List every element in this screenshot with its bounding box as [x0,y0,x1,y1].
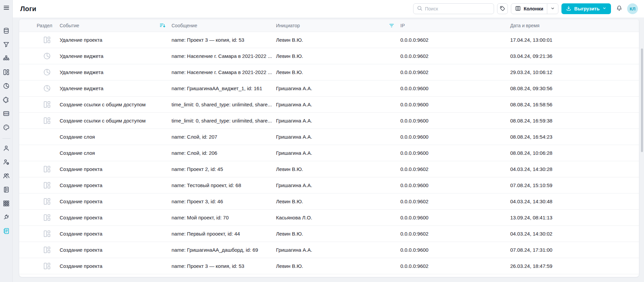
initiator-cell: Гришагина А.А. [276,118,400,124]
sidebar-item-hierarchy[interactable] [0,52,13,66]
datetime-cell: 26.03.24, 18:47:59 [510,263,639,269]
section-cell [37,68,60,76]
event-cell: Создание слоя [60,150,172,156]
sidebar-item-plugins[interactable] [0,94,13,107]
table-row[interactable]: Удаление виджетаname: ГришагинаАА_виджет… [19,80,639,97]
header-message[interactable]: Сообщение [172,23,276,28]
table-row[interactable]: Удаление виджетаname: Население г. Самар… [19,48,639,64]
chevron-down-icon [602,6,607,11]
table-row[interactable]: Создание проектаname: Тестовый проект, i… [19,177,639,193]
avatar[interactable]: КЛ [627,3,638,14]
header-ip[interactable]: IP [400,23,510,28]
section-cell [37,100,60,109]
header-datetime[interactable]: Дата и время [510,23,639,28]
section-cell [37,165,60,173]
initiator-cell: Левин В.Ю. [276,199,400,204]
section-cell [37,116,60,125]
menu-toggle-button[interactable] [3,4,10,12]
sidebar-item-themes[interactable] [0,121,13,135]
section-cell [37,52,60,60]
sort-descending-icon[interactable] [160,23,165,28]
table-row[interactable]: Удаление проектаname: Проект 3 — копия, … [19,32,639,48]
initiator-cell: Левин В.Ю. [276,69,400,75]
topbar-actions: Колонки Выгрузить [413,3,638,14]
event-cell: Удаление виджета [60,53,172,59]
table-row[interactable]: Создание проектаname: Первый прооект, id… [19,226,639,242]
sidebar-item-journal[interactable] [0,183,13,197]
table-row[interactable]: Создание проектаname: Проект 2, id: 45Ле… [19,161,639,177]
event-cell: Создание проекта [60,182,172,188]
header-section[interactable]: Раздел [37,23,60,28]
section-cell [37,36,60,44]
table-row[interactable]: Создание проектаname: Мой проект, id: 70… [19,210,639,226]
sidebar-item-svg[interactable]: SVG [0,107,13,121]
search-input[interactable] [425,6,490,11]
tags-button[interactable] [497,3,508,14]
vertical-scrollbar-thumb[interactable] [641,48,643,152]
svg-text:SVG: SVG [4,112,9,115]
table-row[interactable]: Создание слояname: Слой, id: 207Гришагин… [19,129,639,145]
header-initiator[interactable]: Инициатор [276,23,400,28]
columns-button[interactable]: Колонки [511,4,547,14]
sidebar-item-widgets[interactable] [0,80,13,94]
sidebar-item-dashboards[interactable] [0,66,13,80]
sidebar-item-users[interactable] [0,170,13,183]
search-box[interactable] [413,3,494,14]
sidebar-item-integrations[interactable] [0,211,13,225]
datetime-cell: 08.08.24, 16:59:38 [510,118,639,124]
sidebar-item-logs[interactable] [0,225,13,239]
notifications-button[interactable] [614,3,624,14]
sidebar-item-database[interactable] [0,25,13,38]
columns-control: Колонки [511,3,558,14]
ip-cell: 0.0.0.0:9600 [400,102,510,107]
initiator-cell: Гришагина А.А. [276,85,400,91]
dashboard-icon [43,246,51,254]
topbar: Логи [13,0,644,17]
table-header: Раздел Событие Сообщение Инициатор [19,19,639,32]
event-cell: Удаление виджета [60,69,172,75]
table-row[interactable]: Создание ссылки с общим доступомtime_lim… [19,113,639,129]
columns-dropdown-button[interactable] [547,4,558,14]
search-icon [417,5,423,12]
sidebar-item-apps[interactable] [0,197,13,211]
sidebar: SVG [0,0,13,282]
dashboard-icon [43,181,51,189]
message-cell: name: Мой проект, id: 70 [172,215,276,220]
dashboard-icon [43,165,51,173]
table-row[interactable]: Создание проектаname: ГришагинаАА_дашбор… [19,242,639,258]
header-initiator-label: Инициатор [276,23,300,28]
svg-icon: SVG [3,110,10,118]
table-row[interactable]: Создание проектаname: Проект 3 — копия, … [19,258,639,274]
table-row[interactable]: Создание слояname: Слой, id: 206Гришагин… [19,145,639,161]
grid-icon [3,200,10,208]
columns-icon [515,5,521,12]
table-row[interactable]: Удаление виджетаname: Население г. Самар… [19,64,639,80]
datetime-cell: 04.03.24, 14:30:02 [510,231,639,237]
filter-lines-icon[interactable] [389,23,394,28]
event-cell: Удаление виджета [60,85,172,91]
ip-cell: 0.0.0.0:9600 [400,182,510,188]
export-button[interactable]: Выгрузить [561,3,611,14]
sidebar-item-user-settings[interactable] [0,156,13,170]
initiator-cell: Гришагина А.А. [276,102,400,107]
event-cell: Создание слоя [60,134,172,140]
sidebar-item-profile[interactable] [0,142,13,156]
message-cell: name: ГришагинаАА_виджет_1, id: 161 [172,85,276,91]
header-event[interactable]: Событие [60,23,172,28]
content-area: Раздел Событие Сообщение Инициатор [13,17,644,282]
ip-cell: 0.0.0.0:9602 [400,69,510,75]
plug-icon [3,214,10,222]
dashboard-icon [43,197,51,206]
initiator-cell: Левин В.Ю. [276,37,400,43]
table-row[interactable]: Создание ссылки с общим доступомtime_lim… [19,97,639,113]
initiator-cell: Гришагина А.А. [276,134,400,140]
table-row[interactable]: Создание проектаname: Проект 3, id: 46Ле… [19,193,639,210]
datetime-cell: 03.04.24, 09:21:36 [510,53,639,59]
ip-cell: 0.0.0.0:9600 [400,215,510,220]
hamburger-icon [3,6,10,12]
sidebar-item-filters[interactable] [0,38,13,52]
message-cell: name: Слой, id: 207 [172,134,276,140]
ip-cell: 0.0.0.0:9602 [400,37,510,43]
message-cell: name: ГришагинаАА_дашборд, id: 69 [172,247,276,253]
initiator-cell: Касьянова Л.О. [276,215,400,220]
